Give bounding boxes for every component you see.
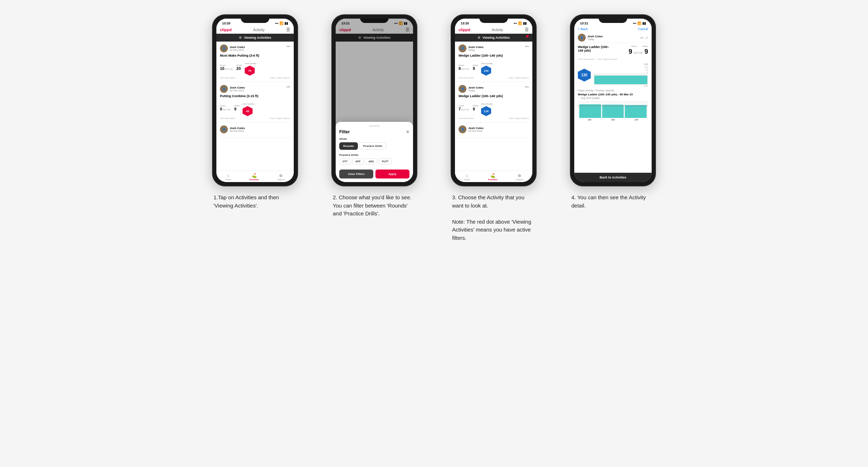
detail-drill-name-4: Wedge Ladder (100–140 yds) <box>578 45 614 52</box>
nav-activities-1[interactable]: ⛳ Activities <box>249 173 259 181</box>
app-title-3: Activity <box>492 28 503 32</box>
more-dots-2-3[interactable]: ••• <box>525 85 529 89</box>
detail-user-date-4: Today <box>588 38 603 40</box>
user-info-3-3: 👤 Josh Coles 28 Feb 2023 <box>459 125 484 133</box>
logo-clip-3: clippd <box>459 28 470 32</box>
card-1-3[interactable]: 👤 Josh Coles Today ••• Wedge Ladder (100… <box>455 42 532 82</box>
nav-activities-3[interactable]: ⛳ Activities <box>488 173 498 181</box>
apply-btn-2[interactable]: Apply <box>375 170 409 178</box>
info-row-1-1: Test Information Data: Clippd Capture <box>220 77 290 79</box>
drill-name-1-3: Wedge Ladder (100–140 yds) <box>459 54 529 57</box>
battery-icon-3: ▮▮ <box>523 22 527 25</box>
chart-labels-4: 132 129 124 <box>578 119 648 121</box>
detail-user-name-4: Josh Coles <box>588 35 603 38</box>
capture-icon-3: ⊕ <box>518 173 521 178</box>
modal-close-2[interactable]: ✕ <box>406 129 409 134</box>
card-header-2-3: 👤 Josh Coles Today ••• <box>459 85 529 93</box>
viewing-bar-text-3: Viewing Activities <box>483 36 510 39</box>
menu-icon-3[interactable]: ☰ <box>525 27 529 32</box>
caption-4: 4. You can then see the Activity detail. <box>570 194 656 210</box>
screen-4: 13:21 ▪▪▪ 📶 ▮▮ < Back Cancel 👤 <box>574 19 652 182</box>
user-name-2-3: Josh Coles <box>468 86 484 89</box>
quality-stat-2-1: Shot Quality 45 <box>243 100 254 116</box>
card-header-3-3: 👤 Josh Coles 28 Feb 2023 <box>459 125 529 133</box>
activities-icon-3: ⛳ <box>490 173 495 178</box>
modal-handle-2 <box>369 125 380 127</box>
detail-header-4: < Back Cancel <box>574 26 652 32</box>
battery-icon-1: ▮▮ <box>284 22 288 25</box>
caption-2: 2. Choose what you'd like to see. You ca… <box>331 194 417 218</box>
card-3-3[interactable]: 👤 Josh Coles 28 Feb 2023 <box>455 123 532 138</box>
score-label-4: Score <box>631 45 637 47</box>
nav-capture-3[interactable]: ⊕ Capture <box>515 173 523 181</box>
page-container: 13:20 ▪▪▪ 📶 ▮▮ clippd Activity ☰ <box>201 14 667 242</box>
practice-drills-label-2: Practice Drills <box>339 153 409 157</box>
chart-x-label-4: APP <box>594 85 648 87</box>
step-2-column: 13:21 ▪▪▪ 📶 ▮▮ clippd Activity ☰ <box>321 14 428 218</box>
tag-ott-2[interactable]: OTT <box>339 158 351 165</box>
logo-1: clippd <box>220 28 231 32</box>
user-date-1-1: 28 Feb 2023 <box>230 49 245 51</box>
more-dots-1-1[interactable]: ••• <box>286 44 290 48</box>
clear-filters-btn-2[interactable]: Clear Filters <box>339 170 373 178</box>
detail-user-info-4: 👤 Josh Coles Today <box>578 34 603 42</box>
status-icons-3: ▪▪▪ 📶 ▮▮ <box>513 22 527 25</box>
nav-home-1[interactable]: ⌂ Home <box>225 173 231 181</box>
edit-icon-4[interactable]: ✏ <box>641 36 643 40</box>
nav-home-label-1: Home <box>225 178 231 181</box>
shots-label-4: Shots <box>643 45 648 47</box>
tag-group-2: OTT APP ARG PUTT <box>339 158 409 165</box>
nav-bar-3: ⌂ Home ⛳ Activities ⊕ Capture <box>455 171 532 182</box>
status-icons-4: ▪▪▪ 📶 ▮▮ <box>633 22 646 25</box>
activities-icon-1: ⛳ <box>251 173 257 178</box>
cancel-btn-4[interactable]: Cancel <box>638 27 648 31</box>
card-2-1[interactable]: 👤 Josh Coles 28 Feb 2023 ••• Putting Com… <box>216 82 294 123</box>
avatar-4: 👤 <box>578 34 586 42</box>
back-to-activities-btn-4[interactable]: Back to Activities <box>574 173 652 182</box>
score-value-1-3: 9 <box>459 66 461 71</box>
app-title-1: Activity <box>253 28 265 32</box>
card-2-3[interactable]: 👤 Josh Coles Today ••• Wedge Ladder (100… <box>455 82 532 123</box>
tag-putt-2[interactable]: PUTT <box>379 158 392 165</box>
menu-icon-1[interactable]: ☰ <box>286 27 290 32</box>
home-icon-1: ⌂ <box>227 173 230 178</box>
wifi-icon-3: 📶 <box>518 22 522 25</box>
expand-icon-4[interactable]: ⤢ <box>645 36 648 40</box>
nav-capture-label-1: Capture <box>277 178 284 181</box>
back-btn-4[interactable]: < Back <box>578 27 588 31</box>
viewing-bar-text-1: Viewing Activities <box>244 36 271 39</box>
score-value-2-3: 7 <box>459 107 461 111</box>
tag-arg-2[interactable]: ARG <box>365 158 377 165</box>
score-stat-1-1: Score 10 OUT OF <box>220 64 234 71</box>
viewing-bar-3[interactable]: ⚙ Viewing Activities <box>455 34 532 42</box>
notch-1 <box>241 15 269 23</box>
viewing-bar-1[interactable]: ⚙ Viewing Activities <box>216 34 294 42</box>
card-3-1[interactable]: 👤 Josh Coles 28 Feb 2023 <box>216 123 294 138</box>
avatar-3-1: 👤 <box>220 125 228 133</box>
card-1-1[interactable]: 👤 Josh Coles 28 Feb 2023 ••• Must Make P… <box>216 42 294 82</box>
more-dots-1-3[interactable]: ••• <box>525 44 529 48</box>
nav-home-3[interactable]: ⌂ Home <box>464 173 470 181</box>
drill-name-2-3: Wedge Ladder (100–140 yds) <box>459 94 529 98</box>
more-dots-2-1[interactable]: ••• <box>286 85 290 89</box>
score-value-2-1: 0 <box>220 107 222 111</box>
avatar-2-3: 👤 <box>459 85 466 93</box>
rounds-btn-2[interactable]: Rounds <box>339 142 358 150</box>
app-header-3: clippd Activity ☰ <box>455 26 532 34</box>
nav-capture-1[interactable]: ⊕ Capture <box>277 173 284 181</box>
user-info-2-3: 👤 Josh Coles Today <box>459 85 484 93</box>
avatar-1-3: 👤 <box>459 44 466 52</box>
filter-icon-3: ⚙ <box>478 36 480 39</box>
quality-hex-2-3: 118 <box>481 106 491 116</box>
app-header-1: clippd Activity ☰ <box>216 26 294 34</box>
bar-chart-1-4 <box>579 104 601 118</box>
phone-1: 13:20 ▪▪▪ 📶 ▮▮ clippd Activity ☰ <box>212 14 298 186</box>
tag-app-2[interactable]: APP <box>352 158 364 165</box>
user-info-1-1: 👤 Josh Coles 28 Feb 2023 <box>220 44 245 52</box>
caption-1: 1.Tap on Activities and then 'Viewing Ac… <box>212 194 298 210</box>
signal-icon-1: ▪▪▪ <box>275 22 278 25</box>
avg-chart-4: 130 100 50 0 <box>594 63 648 87</box>
practice-drills-btn-2[interactable]: Practice Drills <box>359 142 386 150</box>
shots-value-1-3: 9 <box>473 66 478 71</box>
quality-hex-2-1: 45 <box>243 106 253 116</box>
